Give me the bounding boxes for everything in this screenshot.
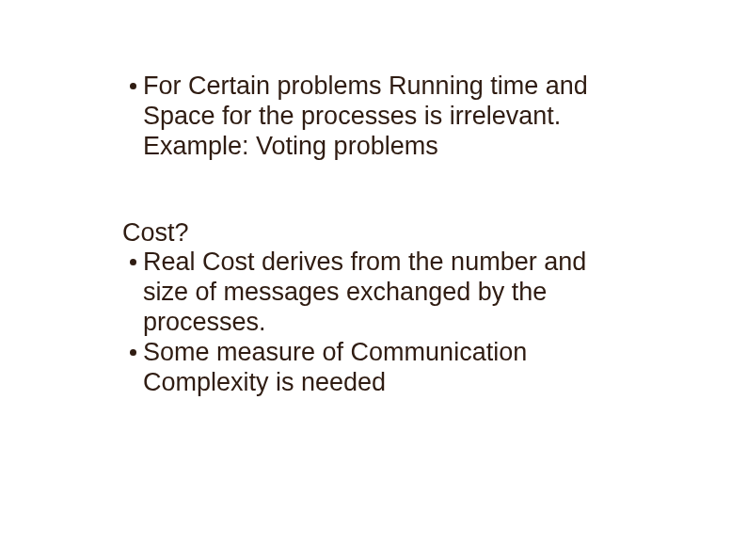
bullet-text: For Certain problems Running time and Sp… bbox=[143, 72, 634, 132]
bottom-block: Cost? Real Cost derives from the number … bbox=[122, 218, 634, 398]
bullet-icon bbox=[122, 72, 143, 89]
hanging-line: Example: Voting problems bbox=[122, 132, 634, 162]
list-item: For Certain problems Running time and Sp… bbox=[122, 72, 634, 132]
bullet-text: Real Cost derives from the number and si… bbox=[143, 248, 634, 338]
spacer bbox=[122, 162, 634, 218]
list-item: Some measure of Communication Complexity… bbox=[122, 338, 634, 398]
bullet-text: Some measure of Communication Complexity… bbox=[143, 338, 634, 398]
slide: For Certain problems Running time and Sp… bbox=[0, 0, 747, 560]
list-item: Real Cost derives from the number and si… bbox=[122, 248, 634, 338]
section-heading: Cost? bbox=[122, 218, 634, 248]
bullet-icon bbox=[122, 248, 143, 265]
top-block: For Certain problems Running time and Sp… bbox=[122, 72, 634, 162]
bullet-icon bbox=[122, 338, 143, 356]
